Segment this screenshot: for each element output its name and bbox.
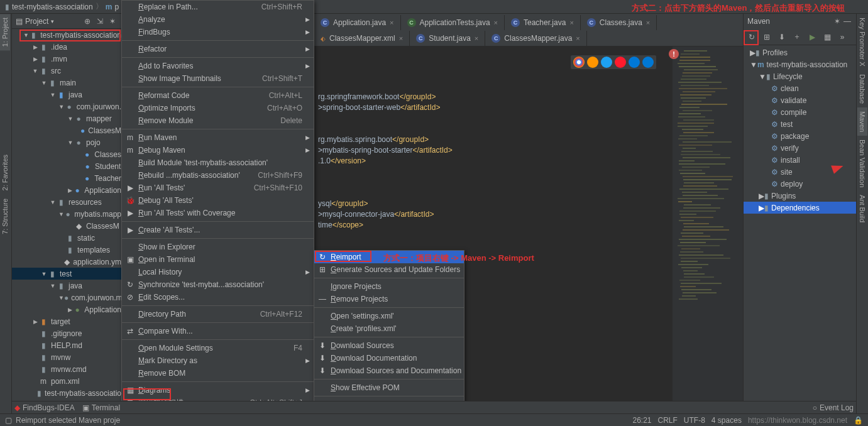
- expand-arrow-icon[interactable]: ▼: [67, 116, 74, 122]
- status-icon[interactable]: ▢: [5, 416, 12, 425]
- menu-item[interactable]: Remove BOM: [122, 367, 314, 380]
- maven-tree-item[interactable]: ⚙package: [744, 130, 856, 142]
- close-icon[interactable]: ×: [646, 19, 650, 26]
- close-icon[interactable]: ×: [399, 35, 403, 42]
- tree-item[interactable]: ▼▮java: [12, 280, 121, 292]
- close-icon[interactable]: ×: [569, 19, 573, 26]
- menu-item[interactable]: ▣Open in Terminal: [122, 253, 314, 266]
- expand-arrow-icon[interactable]: ▼: [41, 80, 47, 86]
- execute-button[interactable]: ▦: [820, 30, 834, 44]
- menu-item[interactable]: Open Module SettingsF4: [122, 342, 314, 354]
- menu-item[interactable]: Show Effective POM: [314, 381, 464, 394]
- close-icon[interactable]: ×: [494, 19, 498, 26]
- expand-arrow-icon[interactable]: ▼: [32, 68, 38, 74]
- menu-item[interactable]: Replace in Path...Ctrl+Shift+R: [122, 1, 314, 13]
- tree-item[interactable]: ▼●mapper: [12, 112, 121, 124]
- menu-item[interactable]: Show in Explorer: [122, 241, 314, 253]
- tree-item[interactable]: ●Student: [12, 160, 121, 172]
- tree-item[interactable]: ◆application.ym: [12, 256, 121, 268]
- dropdown-icon[interactable]: ▾: [51, 18, 54, 25]
- edge-icon[interactable]: [642, 57, 654, 68]
- menu-item[interactable]: ⊞Generate Sources and Update Folders: [314, 263, 464, 276]
- tree-item[interactable]: ●ClassesM: [12, 124, 121, 136]
- editor-tab[interactable]: CStudent.java×: [410, 31, 485, 46]
- maven-tree-item[interactable]: ▼▮Lifecycle: [744, 70, 856, 82]
- firefox-icon[interactable]: [587, 57, 598, 68]
- right-tab-bean[interactable]: Bean Validation: [857, 136, 867, 191]
- lock-icon[interactable]: 🔒: [854, 416, 863, 425]
- maven-tree-item[interactable]: ▶▮Dependencies: [744, 202, 856, 214]
- project-tree[interactable]: ▼ ▮ test-mybatis-association ▶▮.idea▶▮.m…: [12, 29, 121, 413]
- tree-item[interactable]: ●Classes: [12, 148, 121, 160]
- maven-tree-item[interactable]: ⚙test: [744, 118, 856, 130]
- event-log-tab[interactable]: ○Event Log: [813, 403, 854, 412]
- expand-arrow-icon[interactable]: ▼: [58, 211, 64, 217]
- right-tab-maven[interactable]: Maven: [857, 107, 867, 136]
- reimport-button[interactable]: ↻: [745, 30, 759, 44]
- project-view-label[interactable]: Project: [25, 17, 48, 26]
- tree-item[interactable]: ▶●Application: [12, 303, 121, 315]
- editor-tab[interactable]: CApplication.java×: [314, 15, 401, 30]
- more-icon[interactable]: »: [835, 30, 849, 44]
- ie-icon[interactable]: [629, 57, 640, 68]
- tree-root[interactable]: ▼ ▮ test-mybatis-association: [12, 29, 121, 41]
- menu-item[interactable]: Local History▶: [122, 266, 314, 278]
- tree-item[interactable]: ▼▮test: [12, 268, 121, 280]
- safari-icon[interactable]: [601, 57, 612, 68]
- tree-item[interactable]: ▶▮.idea: [12, 41, 121, 53]
- tree-item[interactable]: ▼●com.jourwon.: [12, 101, 121, 112]
- expand-arrow-icon[interactable]: ▶: [759, 204, 764, 212]
- right-tab-ant[interactable]: Ant Build: [857, 191, 867, 226]
- maven-tree-item[interactable]: ▼mtest-mybatis-association: [744, 58, 856, 70]
- menu-item[interactable]: ⬇Download Documentation: [314, 352, 464, 364]
- menu-item[interactable]: Show Image ThumbnailsCtrl+Shift+T: [122, 72, 314, 85]
- tree-item[interactable]: ▼●com.jourwon.m: [12, 292, 121, 303]
- tree-item[interactable]: ▶▮target: [12, 315, 121, 327]
- gear-icon[interactable]: ✶: [832, 16, 842, 26]
- editor-tab[interactable]: CTeacher.java×: [505, 15, 581, 30]
- menu-item[interactable]: Mark Directory as▶: [122, 354, 314, 367]
- menu-item[interactable]: Analyze▶: [122, 13, 314, 26]
- maven-tree-item[interactable]: ▶▮Profiles: [744, 46, 856, 58]
- expand-arrow-icon[interactable]: ▶: [32, 56, 38, 62]
- left-tab-project[interactable]: 1: Project: [0, 14, 10, 50]
- generate-button[interactable]: ⊞: [760, 30, 774, 44]
- close-icon[interactable]: ×: [576, 35, 580, 42]
- menu-item[interactable]: ↻Synchronize 'test-mybat...association': [122, 278, 314, 291]
- menu-item[interactable]: Ignore Projects: [314, 280, 464, 293]
- menu-item[interactable]: Open 'settings.xml': [314, 310, 464, 322]
- tree-item[interactable]: ▮mvnw.cmd: [12, 363, 121, 375]
- expand-arrow-icon[interactable]: ▶: [759, 192, 764, 200]
- menu-item[interactable]: ▶Create 'All Tests'...: [122, 224, 314, 236]
- error-indicator-icon[interactable]: !: [669, 49, 679, 59]
- breadcrumb-file[interactable]: p: [114, 3, 119, 11]
- right-tab-keypromoter[interactable]: Key Promoter X: [857, 14, 867, 70]
- left-tab-favorites[interactable]: 2: Favorites: [0, 151, 10, 194]
- line-separator[interactable]: CRLF: [658, 416, 678, 425]
- run-button[interactable]: ▶: [805, 30, 819, 44]
- terminal-tab[interactable]: ▣Terminal: [82, 403, 120, 412]
- menu-item[interactable]: ⬇Download Sources: [314, 339, 464, 352]
- expand-arrow-icon[interactable]: ▶: [32, 319, 38, 325]
- tree-item[interactable]: ▶●Application: [12, 184, 121, 196]
- tree-item[interactable]: ▮static: [12, 232, 121, 244]
- expand-arrow-icon[interactable]: ▶: [750, 48, 755, 57]
- menu-item[interactable]: Create 'profiles.xml': [314, 322, 464, 335]
- menu-item[interactable]: Optimize ImportsCtrl+Alt+O: [122, 102, 314, 114]
- collapse-icon[interactable]: ⇲: [95, 16, 105, 26]
- menu-item[interactable]: mRun Maven▶: [122, 131, 314, 144]
- expand-arrow-icon[interactable]: ▼: [50, 199, 56, 205]
- right-tab-database[interactable]: Database: [857, 70, 867, 107]
- editor-tab[interactable]: CClasses.java×: [581, 15, 657, 30]
- tree-item[interactable]: ▮.gitignore: [12, 327, 121, 339]
- maven-tree[interactable]: ▶▮Profiles▼mtest-mybatis-association▼▮Li…: [744, 45, 856, 215]
- download-button[interactable]: ⬇: [775, 30, 789, 44]
- menu-item[interactable]: ▦Diagrams▶: [122, 384, 314, 396]
- menu-item[interactable]: Reformat CodeCtrl+Alt+L: [122, 89, 314, 102]
- expand-arrow-icon[interactable]: ▼: [23, 32, 29, 38]
- menu-item[interactable]: ⬇Download Sources and Documentation: [314, 364, 464, 377]
- expand-arrow-icon[interactable]: ▶: [32, 44, 38, 50]
- expand-arrow-icon[interactable]: ▼: [41, 271, 47, 277]
- menu-item[interactable]: mDebug Maven▶: [122, 144, 314, 156]
- opera-icon[interactable]: [615, 57, 626, 68]
